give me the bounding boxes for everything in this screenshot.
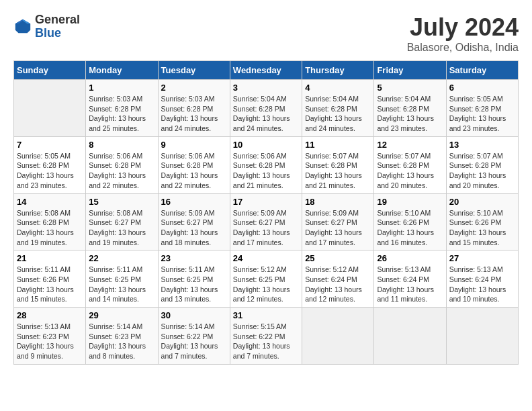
day-info: Sunrise: 5:06 AM Sunset: 6:28 PM Dayligh… — [89, 151, 154, 191]
day-number: 18 — [305, 197, 371, 207]
day-info: Sunrise: 5:04 AM Sunset: 6:28 PM Dayligh… — [233, 94, 299, 134]
day-info: Sunrise: 5:10 AM Sunset: 6:26 PM Dayligh… — [449, 208, 515, 248]
header-thursday: Thursday — [302, 61, 374, 80]
day-number: 22 — [89, 253, 154, 263]
day-info: Sunrise: 5:13 AM Sunset: 6:24 PM Dayligh… — [377, 265, 443, 304]
day-number: 27 — [449, 253, 515, 263]
calendar-cell: 6Sunrise: 5:05 AM Sunset: 6:28 PM Daylig… — [446, 80, 518, 137]
calendar-cell: 20Sunrise: 5:10 AM Sunset: 6:26 PM Dayli… — [446, 193, 518, 250]
calendar-cell: 2Sunrise: 5:03 AM Sunset: 6:28 PM Daylig… — [158, 80, 230, 137]
calendar-cell — [374, 308, 446, 365]
calendar-cell — [446, 308, 518, 365]
day-info: Sunrise: 5:06 AM Sunset: 6:28 PM Dayligh… — [233, 151, 299, 191]
day-info: Sunrise: 5:05 AM Sunset: 6:28 PM Dayligh… — [17, 151, 83, 191]
day-number: 21 — [17, 253, 83, 263]
day-info: Sunrise: 5:04 AM Sunset: 6:28 PM Dayligh… — [305, 94, 371, 134]
day-info: Sunrise: 5:03 AM Sunset: 6:28 PM Dayligh… — [161, 94, 227, 134]
day-info: Sunrise: 5:14 AM Sunset: 6:23 PM Dayligh… — [89, 322, 154, 361]
calendar-cell: 16Sunrise: 5:09 AM Sunset: 6:27 PM Dayli… — [158, 193, 230, 250]
calendar-table: SundayMondayTuesdayWednesdayThursdayFrid… — [13, 60, 519, 365]
calendar-cell — [14, 80, 86, 137]
day-number: 24 — [233, 253, 299, 263]
calendar-cell: 3Sunrise: 5:04 AM Sunset: 6:28 PM Daylig… — [230, 80, 302, 137]
day-number: 14 — [17, 197, 83, 207]
calendar-cell: 11Sunrise: 5:07 AM Sunset: 6:28 PM Dayli… — [302, 136, 374, 193]
calendar-cell: 9Sunrise: 5:06 AM Sunset: 6:28 PM Daylig… — [158, 136, 230, 193]
calendar-week-row: 21Sunrise: 5:11 AM Sunset: 6:26 PM Dayli… — [14, 250, 519, 308]
calendar-cell: 25Sunrise: 5:12 AM Sunset: 6:24 PM Dayli… — [302, 250, 374, 308]
calendar-header-row: SundayMondayTuesdayWednesdayThursdayFrid… — [14, 61, 519, 80]
day-number: 16 — [161, 197, 227, 207]
day-info: Sunrise: 5:04 AM Sunset: 6:28 PM Dayligh… — [377, 94, 443, 134]
day-info: Sunrise: 5:08 AM Sunset: 6:28 PM Dayligh… — [17, 208, 83, 248]
calendar-cell — [302, 308, 374, 365]
logo-text: General Blue — [35, 13, 80, 40]
day-number: 13 — [449, 140, 515, 150]
day-number: 3 — [233, 83, 299, 93]
day-number: 20 — [449, 197, 515, 207]
day-number: 9 — [161, 140, 227, 150]
day-info: Sunrise: 5:15 AM Sunset: 6:22 PM Dayligh… — [233, 322, 299, 361]
day-info: Sunrise: 5:10 AM Sunset: 6:26 PM Dayligh… — [377, 208, 443, 248]
header-saturday: Saturday — [446, 61, 518, 80]
header-monday: Monday — [86, 61, 158, 80]
day-info: Sunrise: 5:07 AM Sunset: 6:28 PM Dayligh… — [449, 151, 515, 191]
day-info: Sunrise: 5:11 AM Sunset: 6:25 PM Dayligh… — [89, 265, 154, 304]
logo-general: General — [35, 13, 80, 27]
calendar-cell: 15Sunrise: 5:08 AM Sunset: 6:27 PM Dayli… — [86, 193, 158, 250]
day-info: Sunrise: 5:09 AM Sunset: 6:27 PM Dayligh… — [305, 208, 371, 248]
day-number: 8 — [89, 140, 154, 150]
day-number: 31 — [233, 310, 299, 320]
calendar-cell: 8Sunrise: 5:06 AM Sunset: 6:28 PM Daylig… — [86, 136, 158, 193]
calendar-cell: 19Sunrise: 5:10 AM Sunset: 6:26 PM Dayli… — [374, 193, 446, 250]
calendar-cell: 5Sunrise: 5:04 AM Sunset: 6:28 PM Daylig… — [374, 80, 446, 137]
day-info: Sunrise: 5:13 AM Sunset: 6:23 PM Dayligh… — [17, 322, 83, 361]
calendar-cell: 12Sunrise: 5:07 AM Sunset: 6:28 PM Dayli… — [374, 136, 446, 193]
day-number: 17 — [233, 197, 299, 207]
month-year-title: July 2024 — [407, 13, 519, 42]
day-number: 26 — [377, 253, 443, 263]
calendar-cell: 18Sunrise: 5:09 AM Sunset: 6:27 PM Dayli… — [302, 193, 374, 250]
day-number: 2 — [161, 83, 227, 93]
calendar-cell: 21Sunrise: 5:11 AM Sunset: 6:26 PM Dayli… — [14, 250, 86, 308]
day-info: Sunrise: 5:11 AM Sunset: 6:26 PM Dayligh… — [17, 265, 83, 304]
day-number: 10 — [233, 140, 299, 150]
day-number: 11 — [305, 140, 371, 150]
header: General Blue July 2024 Balasore, Odisha,… — [13, 13, 519, 54]
calendar-cell: 1Sunrise: 5:03 AM Sunset: 6:28 PM Daylig… — [86, 80, 158, 137]
day-info: Sunrise: 5:09 AM Sunset: 6:27 PM Dayligh… — [161, 208, 227, 248]
calendar-cell: 27Sunrise: 5:13 AM Sunset: 6:24 PM Dayli… — [446, 250, 518, 308]
svg-marker-0 — [15, 19, 30, 34]
calendar-cell: 7Sunrise: 5:05 AM Sunset: 6:28 PM Daylig… — [14, 136, 86, 193]
day-info: Sunrise: 5:08 AM Sunset: 6:27 PM Dayligh… — [89, 208, 154, 248]
day-number: 25 — [305, 253, 371, 263]
day-info: Sunrise: 5:07 AM Sunset: 6:28 PM Dayligh… — [305, 151, 371, 191]
day-number: 12 — [377, 140, 443, 150]
day-number: 23 — [161, 253, 227, 263]
logo-icon — [13, 17, 32, 36]
calendar-cell: 29Sunrise: 5:14 AM Sunset: 6:23 PM Dayli… — [86, 308, 158, 365]
calendar-cell: 30Sunrise: 5:14 AM Sunset: 6:22 PM Dayli… — [158, 308, 230, 365]
day-info: Sunrise: 5:09 AM Sunset: 6:27 PM Dayligh… — [233, 208, 299, 248]
day-info: Sunrise: 5:07 AM Sunset: 6:28 PM Dayligh… — [377, 151, 443, 191]
header-tuesday: Tuesday — [158, 61, 230, 80]
title-area: July 2024 Balasore, Odisha, India — [407, 13, 519, 54]
calendar-week-row: 14Sunrise: 5:08 AM Sunset: 6:28 PM Dayli… — [14, 193, 519, 250]
location-subtitle: Balasore, Odisha, India — [407, 42, 519, 54]
day-info: Sunrise: 5:12 AM Sunset: 6:25 PM Dayligh… — [233, 265, 299, 304]
day-info: Sunrise: 5:06 AM Sunset: 6:28 PM Dayligh… — [161, 151, 227, 191]
calendar-cell: 10Sunrise: 5:06 AM Sunset: 6:28 PM Dayli… — [230, 136, 302, 193]
calendar-cell: 24Sunrise: 5:12 AM Sunset: 6:25 PM Dayli… — [230, 250, 302, 308]
day-number: 1 — [89, 83, 154, 93]
logo-blue: Blue — [35, 27, 80, 40]
day-info: Sunrise: 5:14 AM Sunset: 6:22 PM Dayligh… — [161, 322, 227, 361]
logo: General Blue — [13, 13, 80, 40]
calendar-cell: 17Sunrise: 5:09 AM Sunset: 6:27 PM Dayli… — [230, 193, 302, 250]
calendar-cell: 26Sunrise: 5:13 AM Sunset: 6:24 PM Dayli… — [374, 250, 446, 308]
header-wednesday: Wednesday — [230, 61, 302, 80]
day-info: Sunrise: 5:13 AM Sunset: 6:24 PM Dayligh… — [449, 265, 515, 304]
day-info: Sunrise: 5:05 AM Sunset: 6:28 PM Dayligh… — [449, 94, 515, 134]
day-info: Sunrise: 5:03 AM Sunset: 6:28 PM Dayligh… — [89, 94, 154, 134]
calendar-cell: 28Sunrise: 5:13 AM Sunset: 6:23 PM Dayli… — [14, 308, 86, 365]
day-info: Sunrise: 5:11 AM Sunset: 6:25 PM Dayligh… — [161, 265, 227, 304]
